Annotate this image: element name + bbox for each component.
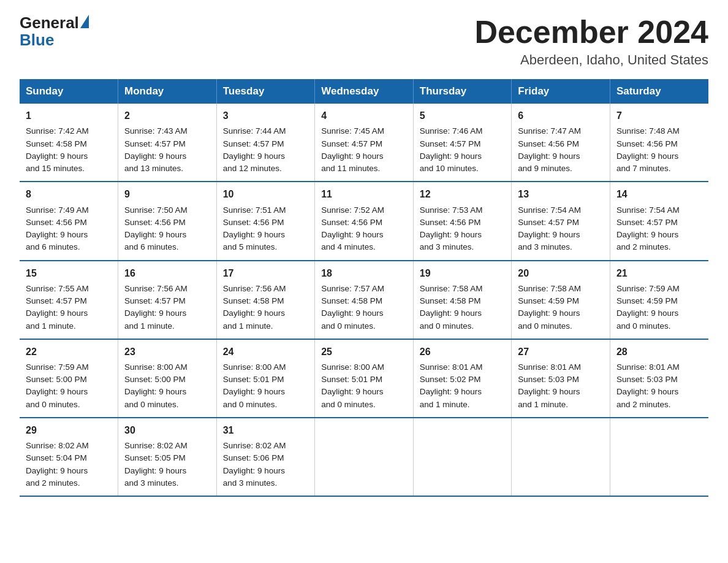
day-info: Sunrise: 8:00 AM Sunset: 5:00 PM Dayligh… — [124, 361, 210, 411]
day-info: Sunrise: 7:59 AM Sunset: 4:59 PM Dayligh… — [616, 283, 702, 332]
calendar-cell: 14Sunrise: 7:54 AM Sunset: 4:57 PM Dayli… — [610, 182, 708, 260]
weekday-header-saturday: Saturday — [610, 79, 708, 104]
calendar-cell: 18Sunrise: 7:57 AM Sunset: 4:58 PM Dayli… — [315, 261, 414, 339]
day-number: 9 — [124, 187, 210, 201]
calendar-cell: 10Sunrise: 7:51 AM Sunset: 4:56 PM Dayli… — [216, 182, 315, 260]
calendar-cell: 20Sunrise: 7:58 AM Sunset: 4:59 PM Dayli… — [512, 261, 610, 339]
day-number: 20 — [518, 266, 604, 280]
calendar-cell: 21Sunrise: 7:59 AM Sunset: 4:59 PM Dayli… — [610, 261, 708, 339]
calendar-cell: 6Sunrise: 7:47 AM Sunset: 4:56 PM Daylig… — [512, 104, 610, 182]
day-number: 7 — [616, 109, 702, 123]
day-number: 15 — [26, 266, 112, 280]
calendar-cell — [610, 418, 708, 496]
weekday-header-tuesday: Tuesday — [216, 79, 315, 104]
calendar-cell: 24Sunrise: 8:00 AM Sunset: 5:01 PM Dayli… — [216, 339, 315, 418]
day-number: 10 — [223, 187, 309, 201]
calendar-cell: 16Sunrise: 7:56 AM Sunset: 4:57 PM Dayli… — [118, 261, 217, 339]
day-number: 18 — [321, 266, 407, 280]
day-info: Sunrise: 7:46 AM Sunset: 4:57 PM Dayligh… — [420, 125, 506, 175]
title-area: December 2024 Aberdeen, Idaho, United St… — [474, 15, 708, 68]
day-info: Sunrise: 7:57 AM Sunset: 4:58 PM Dayligh… — [321, 283, 407, 332]
day-number: 14 — [616, 187, 702, 201]
day-info: Sunrise: 8:02 AM Sunset: 5:05 PM Dayligh… — [124, 440, 210, 489]
day-number: 31 — [223, 423, 309, 437]
day-number: 4 — [321, 109, 407, 123]
calendar-week-2: 8Sunrise: 7:49 AM Sunset: 4:56 PM Daylig… — [20, 182, 708, 260]
day-info: Sunrise: 8:01 AM Sunset: 5:03 PM Dayligh… — [616, 361, 702, 411]
day-number: 22 — [26, 345, 112, 359]
calendar-cell: 29Sunrise: 8:02 AM Sunset: 5:04 PM Dayli… — [20, 418, 118, 496]
calendar-cell: 22Sunrise: 7:59 AM Sunset: 5:00 PM Dayli… — [20, 339, 118, 418]
day-number: 12 — [420, 187, 506, 201]
day-info: Sunrise: 7:43 AM Sunset: 4:57 PM Dayligh… — [124, 125, 210, 175]
logo: General Blue — [20, 15, 90, 50]
calendar-cell: 12Sunrise: 7:53 AM Sunset: 4:56 PM Dayli… — [413, 182, 512, 260]
location-title: Aberdeen, Idaho, United States — [474, 52, 708, 68]
day-info: Sunrise: 8:00 AM Sunset: 5:01 PM Dayligh… — [321, 361, 407, 411]
weekday-header-row: SundayMondayTuesdayWednesdayThursdayFrid… — [20, 79, 708, 104]
day-info: Sunrise: 7:51 AM Sunset: 4:56 PM Dayligh… — [223, 204, 309, 254]
day-number: 11 — [321, 187, 407, 201]
day-info: Sunrise: 7:44 AM Sunset: 4:57 PM Dayligh… — [223, 125, 309, 175]
day-number: 24 — [223, 345, 309, 359]
calendar-cell: 4Sunrise: 7:45 AM Sunset: 4:57 PM Daylig… — [315, 104, 414, 182]
day-number: 29 — [26, 423, 112, 437]
calendar-cell: 11Sunrise: 7:52 AM Sunset: 4:56 PM Dayli… — [315, 182, 414, 260]
day-info: Sunrise: 7:53 AM Sunset: 4:56 PM Dayligh… — [420, 204, 506, 254]
weekday-header-thursday: Thursday — [413, 79, 512, 104]
calendar-cell — [512, 418, 610, 496]
day-info: Sunrise: 7:45 AM Sunset: 4:57 PM Dayligh… — [321, 125, 407, 175]
calendar-cell: 2Sunrise: 7:43 AM Sunset: 4:57 PM Daylig… — [118, 104, 217, 182]
calendar-cell: 15Sunrise: 7:55 AM Sunset: 4:57 PM Dayli… — [20, 261, 118, 339]
day-number: 5 — [420, 109, 506, 123]
day-number: 28 — [616, 345, 702, 359]
day-info: Sunrise: 7:52 AM Sunset: 4:56 PM Dayligh… — [321, 204, 407, 254]
calendar-table: SundayMondayTuesdayWednesdayThursdayFrid… — [20, 79, 708, 497]
logo-general-text: General — [20, 15, 79, 31]
calendar-cell: 23Sunrise: 8:00 AM Sunset: 5:00 PM Dayli… — [118, 339, 217, 418]
calendar-cell: 5Sunrise: 7:46 AM Sunset: 4:57 PM Daylig… — [413, 104, 512, 182]
calendar-cell — [315, 418, 414, 496]
day-info: Sunrise: 7:59 AM Sunset: 5:00 PM Dayligh… — [26, 361, 112, 411]
calendar-week-1: 1Sunrise: 7:42 AM Sunset: 4:58 PM Daylig… — [20, 104, 708, 182]
header: General Blue December 2024 Aberdeen, Ida… — [20, 15, 708, 68]
logo-triangle-icon — [80, 15, 89, 28]
day-info: Sunrise: 8:01 AM Sunset: 5:02 PM Dayligh… — [420, 361, 506, 411]
weekday-header-wednesday: Wednesday — [315, 79, 414, 104]
calendar-cell: 7Sunrise: 7:48 AM Sunset: 4:56 PM Daylig… — [610, 104, 708, 182]
calendar-cell: 8Sunrise: 7:49 AM Sunset: 4:56 PM Daylig… — [20, 182, 118, 260]
month-title: December 2024 — [474, 15, 708, 50]
day-number: 1 — [26, 109, 112, 123]
day-number: 30 — [124, 423, 210, 437]
day-info: Sunrise: 7:55 AM Sunset: 4:57 PM Dayligh… — [26, 283, 112, 332]
calendar-cell: 19Sunrise: 7:58 AM Sunset: 4:58 PM Dayli… — [413, 261, 512, 339]
calendar-cell: 27Sunrise: 8:01 AM Sunset: 5:03 PM Dayli… — [512, 339, 610, 418]
day-number: 13 — [518, 187, 604, 201]
day-info: Sunrise: 8:02 AM Sunset: 5:06 PM Dayligh… — [223, 440, 309, 489]
day-info: Sunrise: 7:54 AM Sunset: 4:57 PM Dayligh… — [518, 204, 604, 254]
calendar-cell: 26Sunrise: 8:01 AM Sunset: 5:02 PM Dayli… — [413, 339, 512, 418]
calendar-cell: 31Sunrise: 8:02 AM Sunset: 5:06 PM Dayli… — [216, 418, 315, 496]
day-info: Sunrise: 7:58 AM Sunset: 4:58 PM Dayligh… — [420, 283, 506, 332]
day-info: Sunrise: 8:00 AM Sunset: 5:01 PM Dayligh… — [223, 361, 309, 411]
calendar-cell: 28Sunrise: 8:01 AM Sunset: 5:03 PM Dayli… — [610, 339, 708, 418]
weekday-header-sunday: Sunday — [20, 79, 118, 104]
day-info: Sunrise: 7:56 AM Sunset: 4:58 PM Dayligh… — [223, 283, 309, 332]
day-info: Sunrise: 7:56 AM Sunset: 4:57 PM Dayligh… — [124, 283, 210, 332]
day-number: 2 — [124, 109, 210, 123]
calendar-cell: 17Sunrise: 7:56 AM Sunset: 4:58 PM Dayli… — [216, 261, 315, 339]
calendar-cell: 30Sunrise: 8:02 AM Sunset: 5:05 PM Dayli… — [118, 418, 217, 496]
day-number: 6 — [518, 109, 604, 123]
calendar-cell: 13Sunrise: 7:54 AM Sunset: 4:57 PM Dayli… — [512, 182, 610, 260]
day-info: Sunrise: 7:42 AM Sunset: 4:58 PM Dayligh… — [26, 125, 112, 175]
day-number: 16 — [124, 266, 210, 280]
weekday-header-monday: Monday — [118, 79, 217, 104]
day-info: Sunrise: 7:47 AM Sunset: 4:56 PM Dayligh… — [518, 125, 604, 175]
day-info: Sunrise: 7:48 AM Sunset: 4:56 PM Dayligh… — [616, 125, 702, 175]
day-number: 26 — [420, 345, 506, 359]
day-number: 19 — [420, 266, 506, 280]
calendar-week-4: 22Sunrise: 7:59 AM Sunset: 5:00 PM Dayli… — [20, 339, 708, 418]
day-info: Sunrise: 7:54 AM Sunset: 4:57 PM Dayligh… — [616, 204, 702, 254]
calendar-week-3: 15Sunrise: 7:55 AM Sunset: 4:57 PM Dayli… — [20, 261, 708, 339]
day-info: Sunrise: 7:49 AM Sunset: 4:56 PM Dayligh… — [26, 204, 112, 254]
